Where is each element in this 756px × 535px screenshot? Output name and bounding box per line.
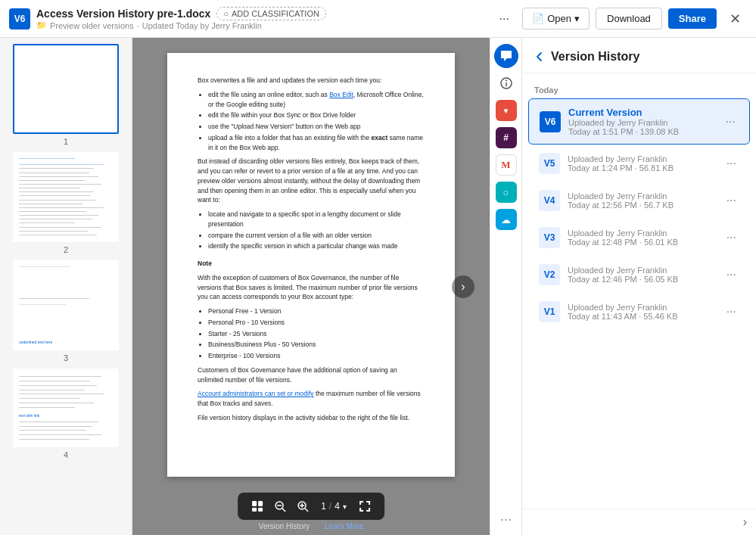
share-button[interactable]: Share xyxy=(668,8,717,29)
doc-bullets-2: locate and navigate to a specific spot i… xyxy=(208,210,425,251)
open-button[interactable]: 📄 Open ▾ xyxy=(522,8,590,30)
version-history-panel: Version History Today V6 Current Version… xyxy=(521,38,756,535)
thumb-label-1: 1 xyxy=(64,137,68,146)
info-sidebar-button[interactable] xyxy=(494,71,518,95)
version-more-button-v6[interactable]: ··· xyxy=(723,114,739,130)
thumb-img-2 xyxy=(13,152,119,242)
thumb-label-3: 3 xyxy=(64,353,68,362)
thumb-label-4: 4 xyxy=(64,450,68,459)
version-uploader-v3: Uploaded by Jerry Franklin xyxy=(568,229,716,238)
doc-note-title: Note xyxy=(198,259,425,269)
download-button[interactable]: Download xyxy=(596,8,662,30)
version-info-v4: Uploaded by Jerry Franklin Today at 12:5… xyxy=(568,191,716,210)
page-view-button[interactable] xyxy=(247,497,268,515)
current-page: 1 xyxy=(321,501,326,512)
chat-sidebar-button[interactable] xyxy=(494,44,518,68)
version-more-button-v2[interactable]: ··· xyxy=(723,266,739,283)
version-uploader-v2: Uploaded by Jerry Franklin xyxy=(568,266,716,275)
file-title: Access Version History pre-1.docx xyxy=(36,8,210,20)
subtitle-updated: Updated Today by Jerry Franklin xyxy=(142,21,262,30)
slack-app-icon[interactable]: # xyxy=(496,127,517,148)
download-label: Download xyxy=(607,13,651,24)
version-more-button-v5[interactable]: ··· xyxy=(723,155,739,172)
svg-line-6 xyxy=(282,509,285,512)
doc-para-4: Account administrators can set or modify… xyxy=(198,389,425,409)
version-time-v2: Today at 12:46 PM · 56.05 KB xyxy=(568,275,716,284)
version-item-v5[interactable]: V5 Uploaded by Jerry Franklin Today at 1… xyxy=(528,145,750,182)
version-item-v2[interactable]: V2 Uploaded by Jerry Franklin Today at 1… xyxy=(528,257,750,293)
version-time-v4: Today at 12:56 PM · 56.7 KB xyxy=(568,201,716,210)
total-pages: 4 xyxy=(334,501,340,512)
admin-link[interactable]: Account administrators can set or modify xyxy=(198,390,314,397)
add-classification-button[interactable]: ○ ADD CLASSIFICATION xyxy=(216,7,326,20)
title-row: Access Version History pre-1.docx ○ ADD … xyxy=(36,7,486,20)
page-separator: / xyxy=(329,501,331,512)
thumbnail-4[interactable]: text with link 4 xyxy=(6,369,126,459)
version-more-button-v3[interactable]: ··· xyxy=(723,229,739,246)
topbar: V6 Access Version History pre-1.docx ○ A… xyxy=(0,0,756,38)
gmail-app-icon[interactable]: M xyxy=(496,154,517,176)
topbar-actions: ··· 📄 Open ▾ Download Share ✕ xyxy=(492,7,747,31)
doc-bullet-item: edit the file using an online editor, su… xyxy=(208,90,425,110)
doc-bullets-1: edit the file using an online editor, su… xyxy=(208,90,425,153)
expand-panel-button[interactable]: › xyxy=(743,515,747,529)
main-area: 1 xyxy=(0,38,756,535)
doc-para-2: But instead of discarding older versions… xyxy=(198,157,425,205)
version-uploader-v5: Uploaded by Jerry Franklin xyxy=(568,154,716,163)
close-button[interactable]: ✕ xyxy=(723,7,747,31)
version-item-v4[interactable]: V4 Uploaded by Jerry Franklin Today at 1… xyxy=(528,182,750,219)
doc-note-bullet-item: Personal Free - 1 Version xyxy=(208,306,425,316)
version-num-v1: V1 xyxy=(539,301,560,322)
thumb-content-3: underlined text here xyxy=(14,262,117,349)
doc-toolbar-hints: Version History Learn More xyxy=(259,522,363,530)
version-group-today: Today xyxy=(522,79,756,98)
version-item-v1[interactable]: V1 Uploaded by Jerry Franklin Today at 1… xyxy=(528,294,750,330)
subtitle: 📁 Preview older versions · Updated Today… xyxy=(36,20,486,30)
thumb-content-1 xyxy=(14,45,117,132)
svg-rect-0 xyxy=(252,501,257,506)
subtitle-preview: Preview older versions xyxy=(50,21,134,30)
next-page-button[interactable]: › xyxy=(452,275,474,298)
zoom-out-button[interactable] xyxy=(269,497,291,515)
version-panel-title: Version History xyxy=(551,50,639,64)
doc-bullet-item: locate and navigate to a specific spot i… xyxy=(208,210,425,229)
document-viewer: Box overwrites a file and and updates th… xyxy=(132,38,490,535)
version-info-v2: Uploaded by Jerry Franklin Today at 12:4… xyxy=(568,266,716,284)
doc-note-bullet-item: Personal Pro - 10 Versions xyxy=(208,318,425,328)
document-page: Box overwrites a file and and updates th… xyxy=(167,53,455,477)
thumbnail-1[interactable]: 1 xyxy=(6,44,126,146)
more-options-button[interactable]: ··· xyxy=(492,7,516,31)
version-info-v6: Current Version Uploaded by Jerry Frankl… xyxy=(568,107,715,136)
box-app-icon[interactable]: ▼ xyxy=(496,100,517,121)
doc-bullet-item: identify the specific version in which a… xyxy=(208,241,425,251)
version-item-v3[interactable]: V3 Uploaded by Jerry Franklin Today at 1… xyxy=(528,219,750,256)
open-icon: 📄 xyxy=(532,13,544,24)
version-info-v3: Uploaded by Jerry Franklin Today at 12:4… xyxy=(568,229,716,247)
more-apps-button[interactable]: ··· xyxy=(500,512,512,527)
thumb-img-4: text with link xyxy=(13,369,119,447)
doc-bullet-item: edit the file within your Box Sync or Bo… xyxy=(208,110,425,120)
ring-app-icon[interactable]: ○ xyxy=(496,182,517,203)
folder-icon: 📁 xyxy=(36,20,47,30)
thumb-img-3: underlined text here xyxy=(13,260,119,350)
version-item-v6[interactable]: V6 Current Version Uploaded by Jerry Fra… xyxy=(528,98,750,145)
version-panel-back-button[interactable] xyxy=(534,51,545,62)
hint-learn[interactable]: Learn More xyxy=(325,522,363,530)
version-num-v5: V5 xyxy=(539,153,560,174)
add-classification-label: ADD CLASSIFICATION xyxy=(232,9,319,18)
doc-note-bullets: Personal Free - 1 Version Personal Pro -… xyxy=(208,306,425,361)
fullscreen-button[interactable] xyxy=(354,497,375,515)
box-edit-link[interactable]: Box Edit xyxy=(329,91,353,98)
sidebar-icons: ▼ # M ○ ☁ ··· xyxy=(490,38,521,535)
version-more-button-v4[interactable]: ··· xyxy=(723,192,739,209)
salesforce-app-icon[interactable]: ☁ xyxy=(496,209,517,230)
version-more-button-v1[interactable]: ··· xyxy=(723,303,739,320)
zoom-in-button[interactable] xyxy=(292,497,313,515)
svg-line-10 xyxy=(305,509,308,512)
viewer-toolbar: 1 / 4 ▾ xyxy=(238,493,384,520)
thumbnail-2[interactable]: 2 xyxy=(6,152,126,254)
thumbnail-3[interactable]: underlined text here 3 xyxy=(6,260,126,362)
version-info-v5: Uploaded by Jerry Franklin Today at 1:24… xyxy=(568,154,716,173)
hint-history: Version History xyxy=(259,522,310,530)
doc-bullet-item: use the "Upload New Version" button on t… xyxy=(208,122,425,132)
